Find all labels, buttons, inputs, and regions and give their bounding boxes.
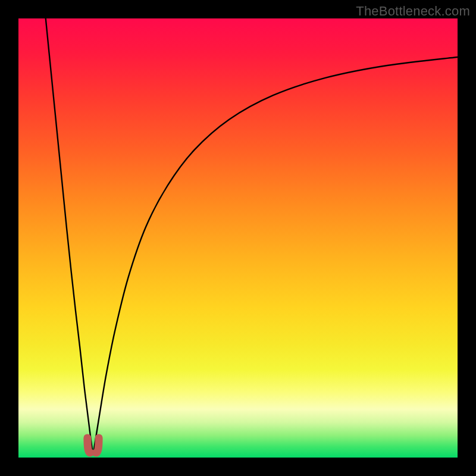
bottleneck-marker-right — [96, 438, 99, 453]
bottleneck-chart — [18, 18, 458, 458]
bottleneck-marker-left — [87, 438, 90, 453]
chart-frame — [18, 18, 458, 458]
watermark-text: TheBottleneck.com — [356, 4, 470, 19]
